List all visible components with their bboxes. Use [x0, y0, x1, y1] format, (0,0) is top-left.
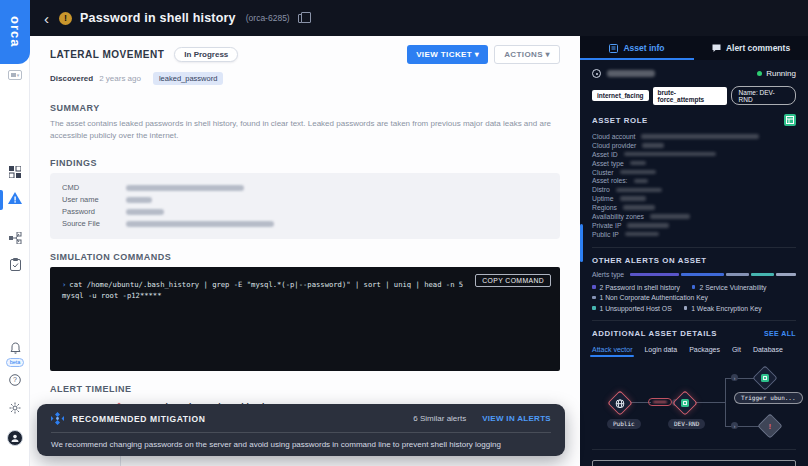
finding-row: Source File	[62, 218, 548, 230]
actions-button[interactable]: ACTIONS ▾	[494, 45, 560, 64]
redacted-value	[624, 152, 716, 157]
asset-detail-tabs: Attack vector Login data Packages Git Da…	[592, 346, 796, 357]
redacted-value	[126, 209, 164, 215]
vm-icon	[681, 399, 689, 407]
alert-header: ‹ ! Password in shell history (orca-6285…	[30, 0, 808, 36]
notifications-icon[interactable]	[0, 342, 30, 354]
redacted-value	[620, 196, 646, 201]
side-panel-tabs: Asset info Alert comments	[580, 36, 808, 60]
finding-row: Password	[62, 206, 548, 218]
redacted-value	[620, 170, 656, 175]
edge-junction-dot: ›	[731, 422, 738, 429]
other-alert-item[interactable]: 1 Weak Encryption Key	[684, 305, 762, 312]
see-all-link[interactable]: SEE ALL	[764, 330, 796, 337]
edge-junction-dot: ›	[731, 374, 738, 381]
redacted-value	[642, 143, 664, 148]
node-label-dev-rnd: DEV-RND	[668, 419, 705, 429]
alerts-icon[interactable]	[0, 192, 30, 205]
alerts-type-bar	[630, 273, 796, 276]
attack-vector-graph: Public › DEV-RND › Triggerubun... › !	[592, 359, 796, 447]
severity-icon: !	[59, 12, 72, 25]
asset-details-list: Cloud account Cloud provider Asset ID As…	[592, 132, 796, 239]
beta-badge: beta	[0, 358, 30, 367]
asset-status: Running	[757, 69, 796, 78]
findings-heading: FINDINGS	[50, 158, 560, 168]
asset-name-redacted	[607, 70, 655, 77]
attack-path-icon[interactable]	[0, 232, 30, 244]
workspace-switcher[interactable]: ▾	[0, 70, 30, 80]
view-in-alerts-link[interactable]: VIEW IN ALERTS	[482, 414, 551, 423]
mitigation-text: We recommend changing passwords on the s…	[51, 440, 551, 449]
redacted-value	[650, 214, 690, 219]
panel-scroll-indicator[interactable]	[580, 224, 583, 262]
view-ticket-button[interactable]: VIEW TICKET ▾	[407, 45, 488, 64]
other-alert-item[interactable]: 1 Unsupported Host OS	[592, 305, 672, 312]
orca-logo[interactable]: orca	[0, 0, 30, 64]
node-public[interactable]	[607, 390, 632, 415]
copy-id-icon[interactable]	[298, 14, 306, 23]
redacted-value	[616, 188, 662, 193]
globe-icon	[616, 398, 625, 407]
alert-tag[interactable]: leaked_password	[153, 72, 223, 85]
finding-row: CMD	[62, 182, 548, 194]
node-risk[interactable]: !	[757, 413, 782, 438]
mitigation-icon	[51, 412, 64, 425]
risk-bang-icon: !	[769, 421, 772, 430]
recommended-mitigation-card: RECOMMENDED MITIGATION 6 Similar alerts …	[37, 404, 565, 456]
asset-name-chip[interactable]: Name: DEV-RND	[731, 86, 796, 105]
timeline-heading: ALERT TIMELINE	[50, 384, 560, 394]
summary-text: The asset contains leaked passwords in s…	[50, 118, 555, 143]
asset-chip[interactable]: brute-force_attempts	[653, 87, 727, 105]
node-label-public: Public	[607, 419, 641, 429]
finding-row: User name	[62, 194, 548, 206]
other-alert-item[interactable]: 1 Non Corporate Authentication Key	[592, 294, 708, 301]
vm-role-icon	[784, 114, 796, 126]
alert-category: LATERAL MOVEMENT	[50, 49, 164, 60]
tab-asset-info[interactable]: Asset info	[580, 36, 694, 60]
mitigation-heading: RECOMMENDED MITIGATION	[72, 414, 205, 424]
dashboard-icon[interactable]	[0, 166, 30, 178]
asset-side-panel: Asset info Alert comments Running intern…	[580, 36, 808, 466]
trigger-pill[interactable]: Triggerubun...	[734, 392, 803, 404]
user-avatar[interactable]	[0, 430, 30, 446]
svg-text:?: ?	[13, 376, 17, 383]
help-icon[interactable]: ?	[0, 374, 30, 386]
tab-login-data[interactable]: Login data	[644, 346, 677, 357]
tab-packages[interactable]: Packages	[689, 346, 720, 357]
other-alert-item[interactable]: 2 Service Vulnerability	[692, 284, 767, 291]
asset-chip[interactable]: internet_facing	[592, 90, 649, 101]
back-button[interactable]: ‹	[44, 11, 49, 26]
tab-database[interactable]: Database	[753, 346, 783, 357]
terminal-line: mysql -u root -p12*****	[62, 290, 548, 302]
orca-logo-text: orca	[8, 16, 23, 47]
redacted-value	[641, 134, 759, 139]
edge-label-redacted	[648, 398, 672, 406]
alerts-type-label: Alerts type	[592, 271, 624, 278]
similar-alerts-count: 6 Similar alerts	[413, 414, 466, 423]
node-trigger-target[interactable]	[752, 365, 777, 390]
redacted-value	[634, 179, 648, 184]
settings-icon[interactable]	[0, 402, 30, 414]
copy-command-button[interactable]: COPY COMMAND	[475, 274, 551, 287]
redacted-value	[623, 205, 655, 210]
node-dev-rnd[interactable]	[672, 390, 697, 415]
status-badge: In Progress	[174, 47, 238, 62]
other-alerts-list: 2 Password in shell history 2 Service Vu…	[592, 284, 796, 312]
tab-attack-vector[interactable]: Attack vector	[592, 346, 632, 357]
redacted-value	[126, 185, 244, 191]
redacted-value	[627, 223, 669, 228]
asset-role-heading: ASSET ROLE	[592, 116, 648, 125]
asset-target-icon	[592, 69, 601, 78]
running-dot	[757, 71, 762, 76]
vm-icon	[761, 374, 769, 382]
asset-info-icon	[609, 44, 618, 53]
tab-git[interactable]: Git	[732, 346, 741, 357]
other-alerts-heading: OTHER ALERTS ON ASSET	[592, 256, 796, 265]
compliance-icon[interactable]	[0, 258, 30, 271]
go-to-asset-page-button[interactable]: GO TO ASSET PAGE	[592, 460, 796, 466]
alert-id: (orca-6285)	[246, 13, 290, 23]
tab-alert-comments[interactable]: Alert comments	[694, 36, 808, 60]
summary-heading: SUMMARY	[50, 103, 560, 113]
redacted-value	[126, 221, 274, 227]
other-alert-item[interactable]: 2 Password in shell history	[592, 284, 680, 291]
